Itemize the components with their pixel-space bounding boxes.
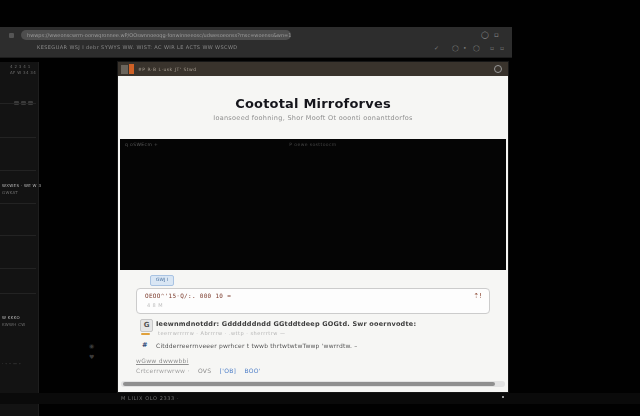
list-item-title[interactable]: Ieewnmdnotddr: Gddddddndd GGtddtdeep GOG… — [156, 320, 416, 328]
footer-link-1[interactable]: ['OB] — [220, 367, 237, 374]
action-button[interactable]: GWJ I — [150, 275, 174, 286]
window-control-icon[interactable] — [494, 65, 502, 73]
url-text: hwwps://wweonscwrm-oonwqronnee.wP/OOswnn… — [27, 32, 291, 38]
github-icon[interactable]: G — [140, 319, 153, 332]
bookmark-check-icon[interactable]: ✓ — [434, 44, 439, 51]
status-text: M LILIX OLO 2333 · — [121, 395, 179, 401]
badge-icon: ◉ — [89, 342, 94, 349]
footer-label: Crtcerrwrwrww · — [136, 367, 190, 374]
window-title: #P R·B L·usk JT' Stwd — [138, 67, 197, 72]
list-item-subtitle: teerrwrrrrrw · Abrrrrw · .wttp · sherrrt… — [158, 330, 286, 336]
bottom-strip: M LILIX OLO 2333 · — [0, 393, 640, 404]
side-panel-item: · – – — – — [2, 361, 21, 366]
address-bar[interactable]: hwwps://wweonscwrm-oonwqronnee.wP/OOswnn… — [21, 30, 291, 40]
side-panel-item[interactable]: WXWES · WE W 3 — [2, 183, 41, 188]
downloads-icon[interactable]: • — [463, 44, 467, 51]
bookmarks-text: KESEGUAR WSJ I debr SYWYS WW. WIST: AC W… — [37, 44, 238, 50]
app-logo-icon — [129, 64, 134, 74]
details-link[interactable]: wGww dwwwbbi — [136, 357, 189, 364]
app-window: #P R·B L·usk JT' Stwd Coototal Mirroforv… — [118, 62, 508, 392]
stream-caption-text: P oewe sosttoocm — [120, 142, 506, 147]
heart-icon: ♥ — [89, 353, 94, 360]
window-menu-icon[interactable] — [121, 65, 128, 74]
profile-icon[interactable]: ◯ — [473, 44, 480, 51]
side-panel-item[interactable]: W KKKO — [2, 315, 20, 320]
bookmarks-bar[interactable]: KESEGUAR WSJ I debr SYWYS WW. WIST: AC W… — [37, 44, 238, 50]
horizontal-scrollbar[interactable] — [121, 381, 505, 387]
status-dot-icon — [502, 396, 504, 398]
hash-icon: # — [142, 341, 147, 349]
minimize-icon[interactable]: ▫ — [490, 44, 494, 51]
browser-toolbar: hwwps://wweonscwrm-oonwqronnee.wP/OOswnn… — [0, 27, 512, 58]
window-icon[interactable]: ▫ — [500, 44, 504, 51]
extensions-icon[interactable]: ◯ — [452, 44, 459, 51]
command-input-box[interactable]: OEOO^'15·Q/:. 000 10 = 4 8 M ⇡! — [136, 288, 490, 314]
desktop: hwwps://wweonscwrm-oonwqronnee.wP/OOswnn… — [0, 0, 640, 416]
tab-audio-icon[interactable]: ◯ — [481, 31, 489, 39]
list-item-title[interactable]: Citdderreerrnveeer pwrhcer t twwb thrtwt… — [156, 342, 357, 349]
side-panel-header-line1: 4 2 3 4 1 — [10, 64, 31, 69]
browser-back-icon[interactable] — [9, 33, 14, 38]
submit-arrow-icon[interactable]: ⇡! — [473, 292, 482, 300]
side-panel-toolbar — [12, 90, 33, 109]
side-panel-item[interactable]: KWWH CW — [2, 322, 26, 327]
window-titlebar[interactable]: #P R·B L·usk JT' Stwd — [118, 62, 508, 76]
side-panel-item[interactable]: GWKAT — [2, 190, 18, 195]
footer-link-2[interactable]: BOO' — [244, 367, 260, 374]
icon-underline-bar — [141, 333, 150, 335]
footer-row: Crtcerrwrwrww · OVS ['OB] BOO' — [136, 367, 261, 374]
scrollbar-thumb[interactable] — [123, 382, 495, 386]
page-title: Coototal Mirroforves — [118, 96, 508, 111]
command-subtext: 4 8 M — [147, 302, 163, 308]
footer-badge-os: OVS — [198, 367, 211, 374]
page-subtitle: Ioansoeed foohning, Shor Mooft Ot ooonti… — [118, 114, 508, 122]
new-tab-icon[interactable]: ▫ — [494, 31, 499, 39]
video-stream-panel: q oSWEcm + P oewe sosttoocm — [120, 139, 506, 270]
page-content: Coototal Mirroforves Ioansoeed foohning,… — [118, 76, 508, 392]
side-panel-header-line2: AF W 34 34 — [10, 70, 36, 75]
command-text: OEOO^'15·Q/:. 000 10 = — [145, 292, 231, 299]
side-panel: 4 2 3 4 1 AF W 34 34 WXWES · WE W 3 GWKA… — [0, 62, 39, 416]
